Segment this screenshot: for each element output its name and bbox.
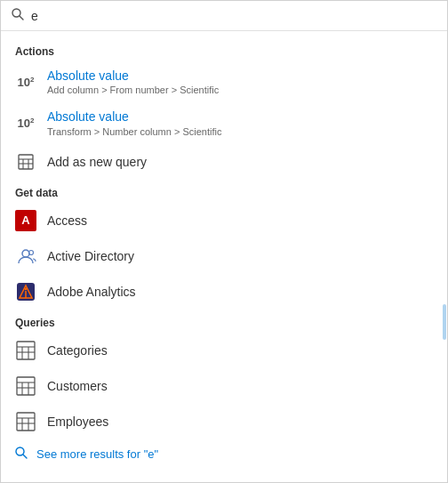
svg-point-28	[16, 447, 24, 455]
list-item-active-directory[interactable]: Active Directory	[1, 238, 447, 274]
search-icon	[12, 8, 24, 23]
list-item-categories[interactable]: Categories	[1, 333, 447, 368]
list-item-employees[interactable]: Employees	[1, 404, 447, 439]
svg-rect-18	[17, 377, 35, 395]
adobe-analytics-icon	[15, 281, 36, 302]
list-item[interactable]: 102 Absolute value Transform > Number co…	[1, 102, 447, 143]
item-title: Access	[47, 213, 87, 228]
item-title: Absolute value	[47, 109, 221, 125]
see-more-search-icon	[15, 447, 28, 463]
add-query-icon	[15, 151, 36, 173]
item-subtitle: Add column > From number > Scientific	[47, 84, 219, 96]
list-item-access[interactable]: A Access	[1, 203, 447, 238]
svg-rect-2	[19, 155, 33, 169]
scientific-icon: 102	[15, 71, 36, 93]
see-more-label: See more results for "e"	[36, 447, 158, 461]
item-title: Add as new query	[47, 155, 147, 169]
table-icon	[15, 375, 36, 397]
item-title: Adobe Analytics	[47, 285, 136, 299]
scientific-icon: 102	[15, 113, 36, 134]
access-icon: A	[15, 210, 36, 231]
search-input[interactable]	[31, 9, 436, 23]
list-item-adobe-analytics[interactable]: Adobe Analytics	[1, 274, 447, 310]
active-directory-icon	[15, 246, 36, 267]
svg-point-0	[12, 9, 20, 17]
search-bar	[1, 1, 447, 31]
search-panel: Actions 102 Absolute value Add column > …	[0, 0, 448, 483]
svg-line-29	[23, 455, 27, 458]
svg-point-12	[25, 288, 27, 290]
section-header-get-data: Get data	[1, 180, 447, 203]
item-title: Categories	[47, 343, 108, 358]
section-header-queries: Queries	[1, 310, 447, 333]
see-more-results[interactable]: See more results for "e"	[1, 439, 447, 470]
svg-line-1	[20, 16, 23, 20]
list-item-add-query[interactable]: Add as new query	[1, 144, 447, 180]
svg-point-7	[22, 250, 29, 257]
item-text-group: Absolute value Add column > From number …	[47, 68, 219, 96]
table-icon	[15, 340, 36, 361]
svg-rect-23	[17, 413, 35, 431]
list-item[interactable]: 102 Absolute value Add column > From num…	[1, 61, 447, 102]
scrollbar-thumb[interactable]	[443, 304, 446, 340]
item-subtitle: Transform > Number column > Scientific	[47, 125, 221, 138]
item-title: Active Directory	[47, 249, 134, 263]
item-title: Absolute value	[47, 68, 219, 84]
item-text-group: Absolute value Transform > Number column…	[47, 109, 221, 137]
section-header-actions: Actions	[1, 38, 447, 61]
svg-rect-13	[17, 342, 35, 359]
item-title: Employees	[47, 415, 108, 429]
scrollbar[interactable]	[442, 36, 447, 482]
item-title: Customers	[47, 379, 108, 393]
list-item-customers[interactable]: Customers	[1, 368, 447, 404]
table-icon	[15, 411, 36, 432]
content-area: Actions 102 Absolute value Add column > …	[1, 31, 447, 482]
